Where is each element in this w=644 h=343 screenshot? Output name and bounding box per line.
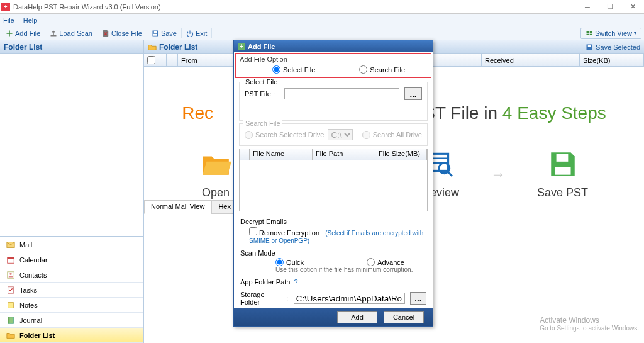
title-bar: + DataHelp PST Repair Wizard v3.0 (Full …	[0, 0, 644, 14]
grid-icon-col	[155, 54, 167, 66]
browse-pst-button[interactable]: ...	[404, 87, 422, 100]
svg-rect-20	[555, 167, 570, 175]
svg-rect-5	[8, 257, 14, 259]
grid-size-col[interactable]: Size(KB)	[580, 54, 644, 66]
add-button[interactable]: Add	[337, 311, 377, 323]
storage-folder-input[interactable]	[294, 293, 405, 304]
close-file-label: Close File	[111, 30, 142, 37]
plus-icon: +	[238, 43, 245, 50]
view-tabs: Normal Mail View Hex	[144, 200, 238, 214]
pst-file-input[interactable]	[284, 88, 399, 99]
nav-journal[interactable]: Journal	[0, 313, 143, 328]
folder-icon	[6, 331, 15, 340]
cancel-button[interactable]: Cancel	[384, 311, 424, 323]
nav-calendar-label: Calendar	[19, 256, 48, 264]
select-all-checkbox[interactable]	[147, 56, 155, 64]
save-selected-label: Save Selected	[596, 43, 640, 51]
browse-storage-button[interactable]: ...	[410, 292, 426, 305]
search-file-group-label: Search File	[243, 120, 282, 127]
activate-windows-watermark: Activate Windows Go to Settings to activ…	[540, 316, 639, 332]
decrypt-section: Decrypt Emails Remove Encryption (Select…	[235, 215, 431, 247]
save-pst-icon	[547, 149, 579, 180]
tab-normal[interactable]: Normal Mail View	[144, 201, 211, 214]
app-folder-help[interactable]: ?	[294, 278, 298, 286]
quick-radio[interactable]: Quick	[275, 258, 304, 266]
add-file-dialog: + Add File Add File Option Select File S…	[233, 40, 433, 327]
add-file-button[interactable]: Add File	[1, 28, 45, 38]
decrypt-emails-label: Decrypt Emails	[240, 218, 426, 225]
exit-button[interactable]: Exit	[182, 28, 212, 38]
switch-view-label: Switch View	[595, 30, 632, 37]
nav-folder-list-label: Folder List	[19, 332, 55, 339]
pst-file-label: PST File :	[245, 90, 279, 98]
grid-check-col[interactable]	[144, 54, 155, 66]
nav-list: Mail Calendar Contacts Tasks Notes Journ…	[0, 237, 143, 343]
quick-hint: Use this option if the file has minimum …	[240, 266, 426, 273]
sidebar: Folder List Mail Calendar Contacts Tasks…	[0, 40, 144, 343]
select-file-radio[interactable]: Select File	[272, 65, 315, 74]
folder-icon	[148, 43, 157, 52]
maximize-button[interactable]: ☐	[599, 0, 621, 14]
nav-mail[interactable]: Mail	[0, 237, 143, 252]
switch-view-icon	[586, 30, 593, 37]
drive-select: C:\	[328, 129, 353, 140]
minimize-button[interactable]: ─	[576, 0, 599, 14]
scan-mode-section: Scan Mode Quick Advance Use this option …	[235, 247, 431, 276]
upload-icon	[50, 30, 57, 37]
arrow-icon: →	[491, 166, 506, 183]
save-selected-button[interactable]: Save Selected	[586, 43, 640, 51]
tbl-name-col[interactable]: File Name	[250, 149, 313, 160]
nav-notes[interactable]: Notes	[0, 298, 143, 313]
nav-calendar[interactable]: Calendar	[0, 252, 143, 267]
exit-icon	[186, 30, 194, 37]
toolbar: Add File Load Scan Close File Save Exit …	[0, 26, 644, 40]
nav-mail-label: Mail	[19, 241, 32, 249]
nav-contacts[interactable]: Contacts	[0, 267, 143, 283]
step-save: Save PST	[537, 149, 588, 200]
switch-view-button[interactable]: Switch View ▾	[580, 28, 641, 39]
menu-file[interactable]: File	[3, 16, 14, 24]
window-title: DataHelp PST Repair Wizard v3.0 (Full Ve…	[13, 3, 576, 11]
notes-icon	[6, 301, 15, 310]
tbl-path-col[interactable]: File Path	[313, 149, 375, 160]
nav-notes-label: Notes	[19, 301, 38, 309]
tbl-size-col[interactable]: File Size(MB)	[375, 149, 427, 160]
search-results-body	[240, 160, 427, 211]
search-file-radio[interactable]: Search File	[359, 65, 405, 74]
save-button[interactable]: Save	[147, 28, 182, 38]
advance-radio[interactable]: Advance	[367, 258, 404, 266]
svg-rect-13	[588, 45, 591, 47]
close-file-button[interactable]: Close File	[97, 28, 147, 38]
svg-rect-1	[154, 31, 157, 33]
nav-contacts-label: Contacts	[19, 271, 47, 279]
promo-recover: Rec	[182, 103, 213, 123]
dialog-footer: Add Cancel	[234, 308, 433, 326]
add-file-option-label: Add File Option	[240, 55, 427, 63]
dialog-title-bar[interactable]: + Add File	[234, 40, 433, 52]
save-icon	[152, 30, 159, 37]
save-selected-icon	[586, 43, 593, 51]
select-file-group: Select File PST File : ...	[239, 82, 428, 121]
storage-folder-section: Storage Folder : ...	[235, 288, 431, 308]
content-header-title: Folder List	[159, 43, 197, 52]
nav-folder-list[interactable]: Folder List	[0, 328, 143, 343]
search-selected-drive-radio: Search Selected Drive	[245, 131, 324, 139]
add-file-option-group: Add File Option Select File Search File	[235, 53, 431, 78]
svg-point-7	[9, 273, 12, 275]
grid-received-col[interactable]: Received	[482, 54, 580, 66]
tbl-check-col	[240, 149, 250, 160]
remove-encryption-checkbox[interactable]: Remove Encryption	[249, 229, 319, 237]
dialog-title: Add File	[248, 43, 275, 50]
menu-bar: File Help	[0, 14, 644, 26]
nav-tasks[interactable]: Tasks	[0, 283, 143, 298]
menu-help[interactable]: Help	[23, 16, 38, 24]
load-scan-button[interactable]: Load Scan	[45, 28, 97, 38]
mail-icon	[6, 240, 15, 249]
contacts-icon	[6, 271, 15, 279]
sidebar-header: Folder List	[0, 40, 143, 54]
app-folder-section: App Folder Path ?	[235, 276, 431, 288]
app-logo: +	[1, 3, 10, 11]
step-save-label: Save PST	[537, 186, 588, 200]
close-button[interactable]: ✕	[621, 0, 644, 14]
folder-tree[interactable]	[0, 54, 143, 237]
